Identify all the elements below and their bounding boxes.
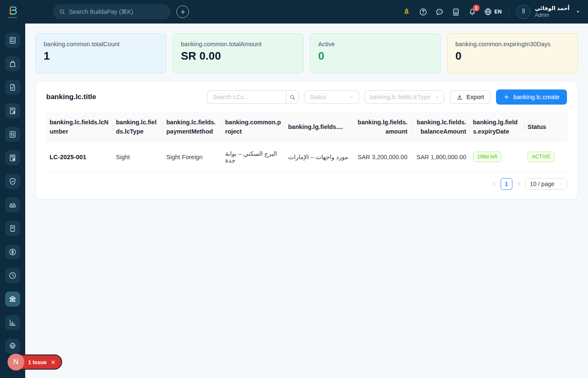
user-menu[interactable]: أأ أحمد الوفائي Admin xyxy=(516,5,580,19)
bell-icon[interactable]: 1 xyxy=(467,7,477,16)
table-row[interactable]: LC-2025-001 Sight Sight Foreign البرج ال… xyxy=(46,143,568,172)
stat-card-total-amount: banking.common.totalAmount SR 0.00 xyxy=(173,33,304,74)
lc-search-input[interactable] xyxy=(207,90,286,104)
col-lc-type[interactable]: banking.lc.fields.lcType xyxy=(113,112,163,143)
stat-value: SR 0.00 xyxy=(181,50,295,63)
globe-icon xyxy=(484,8,492,16)
cell-balance-amount: SAR 1,800,000.00 xyxy=(411,143,470,172)
cell-lc-number[interactable]: LC-2025-001 xyxy=(46,143,113,172)
quick-add-button[interactable] xyxy=(176,5,189,18)
col-beneficiary[interactable]: banking.lg.fields.... xyxy=(285,112,352,143)
sidebar-item-compliance[interactable] xyxy=(5,174,20,189)
export-button[interactable]: Export xyxy=(450,90,491,104)
brand-name: BuildaPay xyxy=(8,16,17,18)
next-page-icon[interactable] xyxy=(516,181,522,186)
status-filter-select[interactable]: Status xyxy=(304,90,359,104)
sidebar-item-contracts[interactable] xyxy=(5,103,20,118)
lc-table: banking.lc.fields.lcNumber banking.lc.fi… xyxy=(46,112,568,172)
status-filter-placeholder: Status xyxy=(309,94,345,100)
lctype-filter-placeholder: banking.lc.fields.lcType xyxy=(370,94,430,100)
cell-lc-type: Sight xyxy=(113,143,163,172)
avatar: أأ xyxy=(516,5,530,19)
cell-payment-method: Sight Foreign xyxy=(163,143,222,172)
help-icon[interactable] xyxy=(418,7,428,16)
col-payment-method[interactable]: banking.lc.fields.paymentMethod xyxy=(163,112,222,143)
expiry-badge: 166d left xyxy=(473,152,501,163)
pagination: 1 10 / page xyxy=(46,178,567,190)
chevron-down-icon xyxy=(435,95,439,100)
buildapay-logo-icon xyxy=(7,5,18,17)
plus-icon xyxy=(504,94,509,100)
col-amount[interactable]: banking.lg.fields.amount xyxy=(352,112,411,143)
search-icon xyxy=(59,8,66,15)
download-icon xyxy=(457,94,463,100)
sidebar-item-calculator[interactable] xyxy=(5,33,20,48)
stat-card-expiring: banking.common.expiringIn30Days 0 xyxy=(447,33,578,74)
page-number-current[interactable]: 1 xyxy=(501,178,512,190)
left-sidebar xyxy=(0,24,25,378)
stat-value: 0 xyxy=(455,50,570,63)
search-icon[interactable] xyxy=(286,90,299,104)
stat-label: banking.common.totalCount xyxy=(44,41,158,47)
col-lc-number[interactable]: banking.lc.fields.lcNumber xyxy=(46,112,113,143)
stat-cards: banking.common.totalCount 1 banking.comm… xyxy=(35,33,578,74)
stat-label: banking.common.totalAmount xyxy=(181,41,295,47)
status-badge: ACTIVE xyxy=(528,152,555,163)
sidebar-item-procurement[interactable] xyxy=(5,56,20,71)
language-label: EN xyxy=(494,9,501,15)
chevron-down-icon xyxy=(575,9,580,14)
cell-amount: SAR 3,200,000.00 xyxy=(352,143,411,172)
sidebar-item-time[interactable] xyxy=(5,268,20,283)
page-size-value: 10 / page xyxy=(530,181,554,187)
user-role: Admin xyxy=(535,12,570,18)
navbar-divider xyxy=(509,6,509,17)
col-project[interactable]: banking.common.project xyxy=(222,112,285,143)
cell-status: ACTIVE xyxy=(524,143,568,172)
issues-widget[interactable]: N 1 Issue xyxy=(8,354,62,370)
chat-icon[interactable] xyxy=(435,7,444,16)
create-lc-button[interactable]: banking.lc.create xyxy=(496,89,567,105)
sidebar-item-invoices[interactable] xyxy=(5,221,20,236)
sidebar-item-banking[interactable] xyxy=(5,291,20,307)
cell-project: البرج السكني – بوابة جدة xyxy=(222,143,285,172)
global-search-input[interactable]: Search BuildaPay (⌘K) xyxy=(53,4,171,19)
col-balance-amount[interactable]: banking.lc.fields.balanceAmount xyxy=(411,112,470,143)
col-expiry-date[interactable]: banking.lg.fields.expiryDate xyxy=(470,112,524,143)
rocket-icon[interactable] xyxy=(402,7,411,16)
issues-count-label: 1 Issue xyxy=(28,359,47,365)
col-status[interactable]: Status xyxy=(524,112,568,143)
top-navbar: BuildaPay Search BuildaPay (⌘K) xyxy=(0,0,588,24)
sidebar-item-finance[interactable] xyxy=(5,244,20,260)
export-label: Export xyxy=(466,94,484,100)
cell-beneficiary: مورد واجهات – الإمارات xyxy=(285,143,352,172)
panel-controls: Status banking.lc.fields.lcType xyxy=(207,89,567,105)
create-label: banking.lc.create xyxy=(513,94,559,100)
sidebar-item-documents[interactable] xyxy=(5,80,20,95)
docs-icon[interactable] xyxy=(451,7,460,16)
sidebar-item-controls[interactable] xyxy=(5,127,20,142)
chevron-down-icon xyxy=(558,182,562,186)
notification-badge: 1 xyxy=(473,5,480,11)
global-search-placeholder: Search BuildaPay (⌘K) xyxy=(69,8,133,15)
sidebar-item-settings[interactable] xyxy=(5,339,20,354)
main-content: banking.common.totalCount 1 banking.comm… xyxy=(25,24,588,378)
issues-avatar: N xyxy=(8,354,24,370)
prev-page-icon[interactable] xyxy=(491,181,497,186)
sidebar-item-reports[interactable] xyxy=(5,315,20,330)
sidebar-item-approvals[interactable] xyxy=(5,150,20,165)
close-icon[interactable] xyxy=(50,360,56,365)
sidebar-item-fleet[interactable] xyxy=(5,197,20,213)
cell-expiry-date: 166d left xyxy=(470,143,524,172)
stat-value: 1 xyxy=(44,50,158,63)
app-logo[interactable]: BuildaPay xyxy=(0,5,25,18)
table-header-row: banking.lc.fields.lcNumber banking.lc.fi… xyxy=(46,112,568,143)
stat-card-total-count: banking.common.totalCount 1 xyxy=(35,33,166,74)
language-switcher[interactable]: EN xyxy=(484,8,501,16)
stat-value: 0 xyxy=(318,50,433,63)
user-name: أحمد الوفائي xyxy=(535,5,570,12)
page-title: banking.lc.title xyxy=(46,93,96,101)
navbar-actions: 1 EN أأ أحمد الوفائي Admin xyxy=(402,5,588,19)
chevron-down-icon xyxy=(349,95,354,100)
lctype-filter-select[interactable]: banking.lc.fields.lcType xyxy=(365,90,444,104)
page-size-select[interactable]: 10 / page xyxy=(525,178,567,190)
